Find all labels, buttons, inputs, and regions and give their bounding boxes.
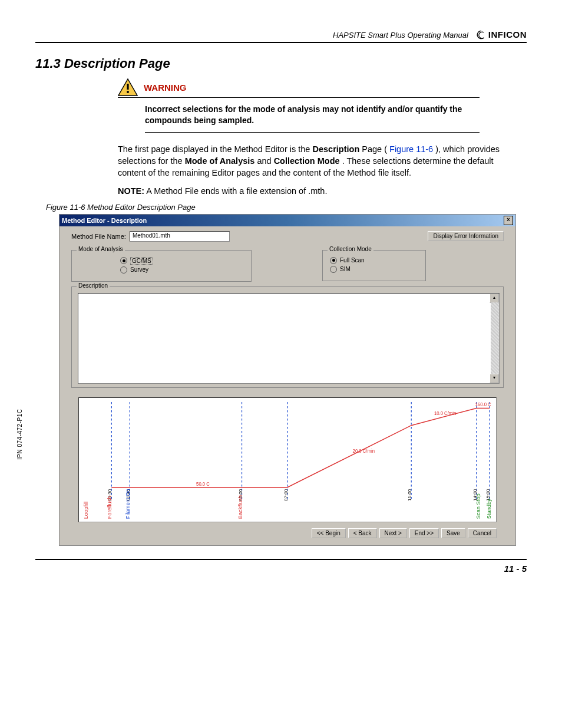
side-ipn-code: IPN 074-472-P1C	[16, 409, 23, 460]
page-header: HAPSITE Smart Plus Operating Manual INFI…	[35, 29, 527, 43]
seg-10cmin: 10.0 C/min	[434, 411, 456, 416]
seg-160c: 160.0 C	[475, 402, 491, 407]
warning-triangle-icon	[118, 78, 138, 96]
warning-text: Incorrect selections for the mode of ana…	[145, 98, 480, 133]
close-button[interactable]: ×	[504, 216, 513, 225]
chart-svg: 50.0 C 20.0 C/min 10.0 C/min 160.0 C 00:…	[79, 398, 496, 522]
coll-legend: Collection Mode	[328, 246, 373, 252]
page-footer: 11 - 5	[35, 559, 527, 574]
brand-text: INFICON	[488, 29, 527, 39]
doc-title: HAPSITE Smart Plus Operating Manual	[333, 31, 468, 39]
scroll-up-button[interactable]: ▴	[490, 294, 499, 303]
back-button[interactable]: < Back	[348, 528, 377, 538]
wizard-button-row: << Begin < Back Next > End >> Save Cance…	[71, 525, 504, 543]
method-file-input[interactable]: Method01.mth	[130, 231, 230, 242]
warning-block: WARNING Incorrect selections for the mod…	[118, 78, 480, 133]
p-m3: and	[257, 156, 273, 166]
radio-empty-icon	[330, 266, 337, 273]
p-m1: Page (	[362, 144, 387, 154]
p-b1: Description	[312, 144, 359, 154]
method-file-label: Method File Name:	[71, 233, 126, 240]
save-button[interactable]: Save	[441, 528, 465, 538]
coll-sim-label: SIM	[340, 266, 351, 272]
mode-of-analysis-group: Mode of Analysis GC/MS Survey	[71, 250, 252, 282]
page-number: 11 - 5	[504, 564, 527, 574]
ev-foreflush: Foreflush	[107, 496, 113, 519]
p-b3: Collection Mode	[274, 156, 340, 166]
brand-swirl-icon	[477, 30, 486, 39]
svg-rect-1	[127, 84, 128, 90]
p-b2: Mode of Analysis	[185, 156, 255, 166]
display-error-button[interactable]: Display Error Information	[428, 231, 504, 241]
mode-gcms-radio[interactable]: GC/MS	[120, 257, 244, 265]
ev-standby: Standby	[486, 499, 492, 519]
mode-gcms-label: GC/MS	[130, 257, 153, 265]
note-label: NOTE:	[118, 186, 144, 196]
scroll-track[interactable]	[491, 302, 499, 374]
coll-sim-radio[interactable]: SIM	[330, 266, 418, 273]
radio-empty-icon	[120, 266, 127, 274]
radio-selected-icon	[330, 257, 337, 264]
radio-selected-icon	[120, 257, 127, 264]
description-group: Description ▴ ▾	[71, 286, 504, 388]
window-title: Method Editor - Description	[62, 217, 147, 224]
intro-paragraph: The first page displayed in the Method E…	[118, 143, 503, 179]
desc-legend: Description	[77, 282, 110, 289]
scroll-down-button[interactable]: ▾	[490, 374, 499, 383]
coll-full-label: Full Scan	[340, 257, 365, 263]
seg-50c: 50.0 C	[196, 482, 210, 487]
temperature-profile-chart: 50.0 C 20.0 C/min 10.0 C/min 160.0 C 00:…	[78, 397, 497, 522]
titlebar: Method Editor - Description ×	[59, 215, 515, 226]
ev-loopfill: Loopfill	[84, 502, 90, 519]
collection-mode-group: Collection Mode Full Scan SIM	[322, 250, 426, 281]
coll-full-radio[interactable]: Full Scan	[330, 257, 418, 264]
seg-20cmin: 20.0 C/min	[353, 449, 375, 454]
mode-survey-label: Survey	[130, 266, 148, 273]
brand-logo: INFICON	[477, 29, 527, 39]
ev-backflush: Backflush	[237, 495, 243, 519]
figure-caption: Figure 11-6 Method Editor Description Pa…	[46, 203, 527, 212]
note-paragraph: NOTE: A Method File ends with a file ext…	[118, 185, 503, 197]
description-textarea[interactable]: ▴ ▾	[78, 293, 500, 384]
begin-button[interactable]: << Begin	[312, 528, 346, 538]
method-editor-window: Method Editor - Description × Method Fil…	[59, 214, 516, 546]
p-pre: The first page displayed in the Method E…	[118, 144, 312, 154]
t-0700: 07:00	[283, 489, 289, 501]
cancel-button[interactable]: Cancel	[468, 528, 497, 538]
mode-survey-radio[interactable]: Survey	[120, 266, 244, 274]
note-text: A Method File ends with a file extension…	[146, 186, 327, 196]
end-button[interactable]: End >>	[409, 528, 439, 538]
ev-scanstop: Scan Stop	[476, 493, 482, 519]
mode-legend: Mode of Analysis	[77, 246, 125, 252]
t-1100: 11:00	[407, 489, 412, 501]
warning-label: WARNING	[144, 83, 187, 93]
svg-point-2	[127, 91, 129, 93]
next-button[interactable]: Next >	[379, 528, 407, 538]
figure-link[interactable]: Figure 11-6	[389, 144, 433, 154]
section-heading: 11.3 Description Page	[35, 56, 527, 71]
ev-filon: Filament On	[125, 489, 131, 519]
